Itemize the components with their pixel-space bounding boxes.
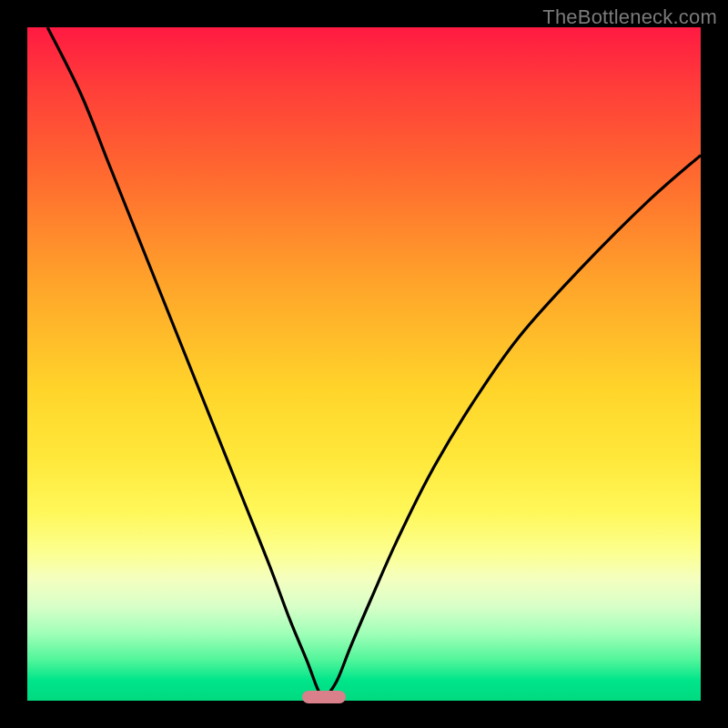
curve-layer: [27, 27, 701, 701]
plot-area: [27, 27, 701, 701]
right-branch-curve: [324, 156, 701, 701]
optimum-marker: [302, 691, 346, 703]
watermark-text: TheBottleneck.com: [542, 5, 717, 29]
left-branch-curve: [47, 27, 323, 701]
chart-frame: TheBottleneck.com: [0, 0, 728, 728]
